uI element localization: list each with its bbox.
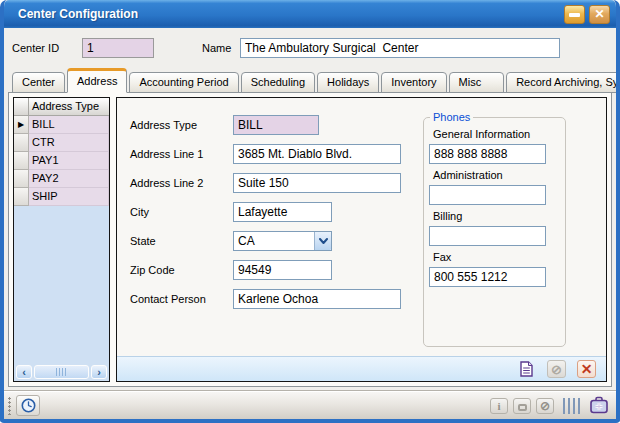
tab-address[interactable]: Address [67,68,127,93]
address-type-cell[interactable]: PAY2 [29,170,109,188]
address-line-2-label: Address Line 2 [130,177,233,189]
grid-horizontal-scrollbar[interactable]: ‹ › [14,363,109,381]
row-selector[interactable] [14,170,29,188]
address-line-2-field[interactable] [233,173,401,193]
table-row[interactable]: CTR [14,134,109,152]
statusbar-right-icons: i ⊘ [490,396,609,416]
center-id-field[interactable] [82,38,154,58]
table-row[interactable]: PAY1 [14,152,109,170]
minimize-icon [569,13,580,17]
header-row: Center ID Name [12,35,610,61]
zip-code-label: Zip Code [130,264,233,276]
grid-header-row: Address Type [14,98,109,116]
row-selector[interactable] [14,188,29,206]
clock-icon [21,398,36,413]
state-combobox[interactable]: CA [233,231,332,251]
city-field[interactable] [233,202,332,222]
address-type-cell[interactable]: PAY1 [29,152,109,170]
statusbar: i ⊘ [4,391,616,419]
tab-record-archiving-system-interface[interactable]: Record Archiving, System Interface [506,72,620,93]
tab-accounting-period[interactable]: Accounting Period [129,72,238,93]
state-value: CA [234,234,314,248]
address-line-1-field[interactable] [233,144,401,164]
blocked-icon: ⊘ [547,360,566,378]
grip-handle[interactable] [8,397,12,415]
billing-field[interactable] [429,226,546,246]
medical-bag-icon[interactable] [589,396,609,416]
general-information-field[interactable] [429,144,546,164]
grid-column-header[interactable]: Address Type [29,98,109,116]
address-line-1-label: Address Line 1 [130,148,233,160]
center-configuration-window: Center Configuration ✕ Center ID Name Ce… [0,0,620,423]
scroll-right-icon[interactable]: › [91,365,107,379]
contact-person-field[interactable] [233,289,401,309]
center-id-label: Center ID [12,42,82,54]
table-row[interactable]: PAY2 [14,170,109,188]
grid-empty-area [14,206,109,363]
grid-corner-cell [14,98,29,116]
row-selector[interactable]: ▶ [14,116,29,134]
separator-bars [563,398,580,414]
zip-code-field[interactable] [233,260,332,280]
row-selector[interactable] [14,152,29,170]
document-icon[interactable] [517,360,536,378]
phones-groupbox: Phones General Information Administratio… [423,111,566,347]
close-button[interactable]: ✕ [589,5,610,24]
record-toolbar: ⊘ ✕ [117,356,606,381]
address-type-cell[interactable]: BILL [29,116,109,134]
clock-button[interactable] [16,395,40,416]
titlebar[interactable]: Center Configuration ✕ [4,0,616,28]
table-row[interactable]: ▶ BILL [14,116,109,134]
contact-person-label: Contact Person [130,293,233,305]
phones-title: Phones [430,111,473,123]
row-selector[interactable] [14,134,29,152]
scrollbar-grip [56,368,67,376]
window-body: Center ID Name Center Address Accounting… [4,28,616,391]
city-label: City [130,206,233,218]
billing-label: Billing [433,210,565,222]
tabstrip: Center Address Accounting Period Schedul… [8,68,612,93]
fax-field[interactable] [429,267,546,287]
minimize-button[interactable] [564,5,585,24]
name-field[interactable] [240,38,560,58]
chevron-down-icon[interactable] [314,232,331,250]
delete-icon[interactable]: ✕ [577,360,596,378]
state-label: State [130,235,233,247]
blocked-icon: ⊘ [536,398,554,414]
tab-misc[interactable]: Misc [449,72,505,93]
titlebar-buttons: ✕ [564,5,610,24]
address-detail-panel: Address Type Address Line 1 Address Line… [116,97,607,382]
general-information-label: General Information [433,128,565,140]
administration-field[interactable] [429,185,546,205]
info-icon[interactable]: i [490,398,508,414]
fax-label: Fax [433,251,565,263]
name-label: Name [202,42,240,54]
tab-center[interactable]: Center [12,72,65,93]
table-row[interactable]: SHIP [14,188,109,206]
address-type-cell[interactable]: SHIP [29,188,109,206]
device-icon [513,398,531,414]
scroll-left-icon[interactable]: ‹ [16,365,32,379]
tab-inventory[interactable]: Inventory [381,72,446,93]
selected-row-arrow: ▶ [18,121,24,129]
scrollbar-thumb[interactable] [34,365,89,379]
address-type-label: Address Type [130,119,233,131]
address-type-grid: Address Type ▶ BILL CTR PAY1 PAY2 [13,97,110,382]
close-icon: ✕ [594,7,604,21]
administration-label: Administration [433,169,565,181]
address-tab-page: Address Type ▶ BILL CTR PAY1 PAY2 [8,92,612,387]
window-title: Center Configuration [18,7,138,21]
address-type-cell[interactable]: CTR [29,134,109,152]
address-type-field[interactable] [233,115,319,135]
tab-holidays[interactable]: Holidays [317,72,379,93]
tab-scheduling[interactable]: Scheduling [241,72,315,93]
